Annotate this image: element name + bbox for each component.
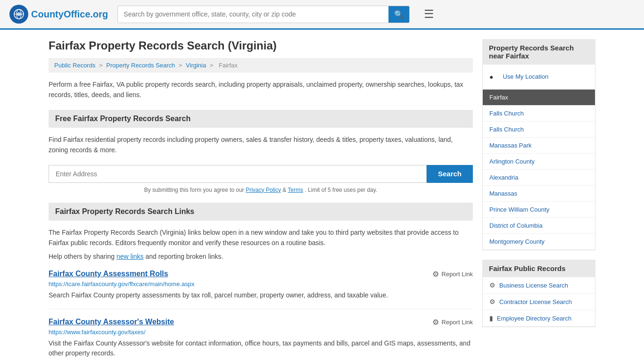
location-alexandria: Alexandria — [483, 170, 595, 186]
free-search-section-header: Free Fairfax Property Records Search — [49, 110, 473, 128]
breadcrumb-virginia[interactable]: Virginia — [186, 62, 206, 69]
location-montgomery-link[interactable]: Montgomery County — [483, 234, 595, 249]
use-my-location-item: ● Use My Location — [483, 65, 595, 90]
record-desc-1: Search Fairfax County property assessmen… — [49, 290, 473, 300]
record-card-1: Fairfax County Assessment Rolls ⚙ Report… — [49, 270, 473, 309]
logo-icon — [9, 5, 28, 24]
nearby-location-list: ● Use My Location Fairfax Falls Church F… — [482, 65, 595, 250]
use-location-row[interactable]: ● Use My Location — [483, 65, 595, 89]
report-icon-1: ⚙ — [432, 270, 439, 279]
location-arlington-county: Arlington County — [483, 154, 595, 170]
links-section: The Fairfax Property Records Search (Vir… — [49, 227, 473, 362]
logo-area: CountyOffice.org — [9, 5, 108, 24]
privacy-policy-link[interactable]: Privacy Policy — [246, 187, 281, 193]
breadcrumb-fairfax: Fairfax — [219, 62, 238, 69]
location-prince-william: Prince William County — [483, 202, 595, 218]
header-search-input[interactable] — [118, 7, 388, 22]
main-container: Fairfax Property Records Search (Virgini… — [39, 30, 605, 362]
record-card-2: Fairfax County Assessor's Website ⚙ Repo… — [49, 318, 473, 362]
location-manassas-park-link[interactable]: Manassas Park — [483, 138, 595, 153]
breadcrumb-property-records-search[interactable]: Property Records Search — [106, 62, 175, 69]
business-license-search-link[interactable]: Business License Search — [499, 282, 568, 289]
breadcrumb-sep-3: > — [210, 62, 215, 69]
record-desc-2: Visit the Fairfax County Assessor's webs… — [49, 338, 473, 358]
search-icon: 🔍 — [394, 10, 404, 18]
public-records-title: Fairfax Public Records — [482, 260, 595, 277]
location-manassas-park: Manassas Park — [483, 138, 595, 154]
location-fairfax: Fairfax — [483, 90, 595, 106]
new-links-link[interactable]: new links — [116, 253, 144, 260]
record-card-1-header: Fairfax County Assessment Rolls ⚙ Report… — [49, 270, 473, 279]
public-record-employee-directory: ▮ Employee Directory Search — [483, 310, 595, 327]
breadcrumb: Public Records > Property Records Search… — [49, 58, 473, 73]
report-link-2[interactable]: ⚙ Report Link — [432, 318, 473, 327]
use-my-location-link[interactable]: Use My Location — [496, 69, 555, 84]
report-icon-2: ⚙ — [432, 318, 439, 327]
location-fairfax-link[interactable]: Fairfax — [483, 90, 595, 105]
location-dc: District of Columbia — [483, 218, 595, 234]
help-text: Help others by sharing new links and rep… — [49, 253, 473, 260]
links-description: The Fairfax Property Records Search (Vir… — [49, 227, 473, 248]
location-manassas: Manassas — [483, 186, 595, 202]
location-prince-william-link[interactable]: Prince William County — [483, 202, 595, 217]
links-section-header: Fairfax Property Records Search Links — [49, 203, 473, 221]
record-title-1[interactable]: Fairfax County Assessment Rolls — [49, 270, 168, 278]
free-search-description: Find Fairfax residential property record… — [49, 134, 473, 156]
logo-text: CountyOffice.org — [31, 9, 108, 20]
breadcrumb-sep-1: > — [99, 62, 104, 69]
terms-link[interactable]: Terms — [288, 187, 303, 193]
sidebar: Property Records Search near Fairfax ● U… — [482, 39, 595, 362]
location-dc-link[interactable]: District of Columbia — [483, 218, 595, 233]
page-description: Perform a free Fairfax, VA public proper… — [49, 79, 473, 100]
breadcrumb-sep-2: > — [179, 62, 184, 69]
contractor-license-search-link[interactable]: Contractor License Search — [499, 298, 572, 305]
location-falls-church-1-link[interactable]: Falls Church — [483, 106, 595, 121]
site-header: CountyOffice.org 🔍 ☰ — [0, 0, 644, 30]
location-manassas-link[interactable]: Manassas — [483, 186, 595, 201]
record-url-1[interactable]: https://icare.fairfaxcounty.gov/ffxcare/… — [49, 280, 473, 288]
public-record-business-license: ⚙ Business License Search — [483, 277, 595, 294]
location-falls-church-2-link[interactable]: Falls Church — [483, 122, 595, 137]
location-pin-icon: ● — [489, 73, 493, 81]
location-falls-church-2: Falls Church — [483, 122, 595, 138]
public-records-section: Fairfax Public Records ⚙ Business Licens… — [482, 260, 595, 327]
location-arlington-county-link[interactable]: Arlington County — [483, 154, 595, 169]
record-url-2[interactable]: https://www.fairfaxcounty.gov/taxes/ — [49, 329, 473, 336]
header-search-button[interactable]: 🔍 — [388, 6, 409, 23]
record-card-2-header: Fairfax County Assessor's Website ⚙ Repo… — [49, 318, 473, 327]
address-search-form: Search — [49, 165, 473, 183]
record-title-2[interactable]: Fairfax County Assessor's Website — [49, 318, 174, 326]
breadcrumb-public-records[interactable]: Public Records — [54, 62, 95, 69]
employee-directory-search-link[interactable]: Employee Directory Search — [497, 315, 571, 322]
header-search-container: 🔍 — [117, 6, 410, 23]
form-note: By submitting this form you agree to our… — [49, 187, 473, 193]
address-search-button[interactable]: Search — [427, 165, 473, 183]
nearby-section: Property Records Search near Fairfax ● U… — [482, 39, 595, 250]
nearby-section-title: Property Records Search near Fairfax — [482, 39, 595, 65]
public-records-list: ⚙ Business License Search ⚙ Contractor L… — [482, 277, 595, 327]
page-title: Fairfax Property Records Search (Virgini… — [49, 39, 473, 52]
location-montgomery: Montgomery County — [483, 234, 595, 250]
gear-icon-2: ⚙ — [489, 298, 495, 305]
hamburger-menu-icon[interactable]: ☰ — [424, 8, 434, 21]
content-area: Fairfax Property Records Search (Virgini… — [49, 39, 473, 362]
address-input[interactable] — [49, 165, 427, 183]
location-alexandria-link[interactable]: Alexandria — [483, 170, 595, 185]
report-link-1[interactable]: ⚙ Report Link — [432, 270, 473, 279]
gear-icon-1: ⚙ — [489, 281, 495, 289]
location-falls-church-1: Falls Church — [483, 106, 595, 122]
document-icon: ▮ — [489, 314, 493, 322]
public-record-contractor-license: ⚙ Contractor License Search — [483, 294, 595, 310]
